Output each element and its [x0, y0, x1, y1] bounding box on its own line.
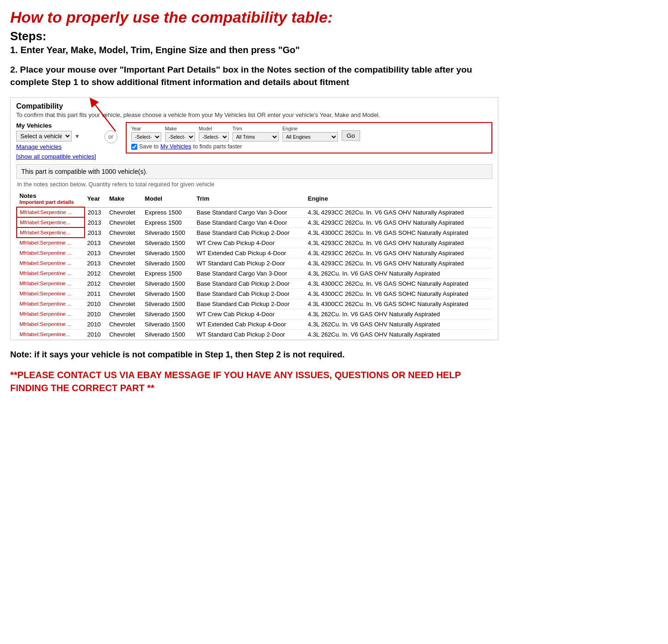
cell-year: 2012 [85, 278, 107, 288]
model-field: Model -Select- [199, 126, 229, 141]
cell-year: 2013 [85, 258, 107, 268]
cell-model: Silverado 1500 [142, 258, 194, 268]
cell-make: Chevrolet [106, 238, 142, 248]
cell-year: 2013 [85, 248, 107, 258]
contact-note-text: **PLEASE CONTACT US VIA EBAY MESSAGE IF … [10, 368, 498, 394]
cell-make: Chevrolet [106, 299, 142, 309]
make-select[interactable]: -Select- [165, 132, 195, 141]
model-label: Model [199, 126, 229, 131]
th-make: Make [106, 190, 142, 207]
cell-model: Silverado 1500 [142, 329, 194, 339]
cell-year: 2011 [85, 288, 107, 299]
save-checkbox[interactable] [131, 144, 137, 150]
steps-label: Steps: [10, 30, 498, 43]
cell-make: Chevrolet [106, 309, 142, 319]
cell-year: 2010 [85, 309, 107, 319]
red-arrow-annotation [88, 97, 143, 134]
save-text: Save to [139, 143, 159, 150]
vehicle-select[interactable]: Select a vehicle [16, 131, 72, 141]
cell-trim: Base Standard Cargo Van 4-Door [194, 217, 305, 227]
cell-model: Silverado 1500 [142, 309, 194, 319]
cell-make: Chevrolet [106, 217, 142, 227]
table-row: Mfrlabel:Serpentine...2013ChevroletExpre… [17, 217, 492, 227]
cell-year: 2010 [85, 329, 107, 339]
step2-text: 2. Place your mouse over "Important Part… [10, 64, 498, 89]
cell-engine: 4.3L 4300CC 262Cu. In. V6 GAS SOHC Natur… [305, 299, 492, 309]
svg-line-1 [92, 101, 116, 131]
th-year: Year [85, 190, 107, 207]
cell-notes: Mfrlabel:Serpentine ... [17, 299, 85, 309]
cell-engine: 4.3L 262Cu. In. V6 GAS OHV Naturally Asp… [305, 268, 492, 278]
cell-notes: Mfrlabel:Serpentine... [17, 217, 85, 227]
cell-notes: Mfrlabel:Serpentine ... [17, 258, 85, 268]
cell-make: Chevrolet [106, 248, 142, 258]
cell-engine: 4.3L 262Cu. In. V6 GAS OHV Naturally Asp… [305, 319, 492, 329]
cell-trim: WT Crew Cab Pickup 4-Door [194, 238, 305, 248]
cell-trim: WT Extended Cab Pickup 4-Door [194, 248, 305, 258]
cell-engine: 4.3L 4300CC 262Cu. In. V6 GAS SOHC Natur… [305, 288, 492, 299]
th-trim: Trim [194, 190, 305, 207]
trim-field: Trim All Trims [233, 126, 279, 141]
compatible-count-bar: This part is compatible with 1000 vehicl… [16, 164, 492, 179]
make-field: Make -Select- [165, 126, 195, 141]
model-select[interactable]: -Select- [199, 132, 229, 141]
cell-make: Chevrolet [106, 278, 142, 288]
save-vehicles-row: Save to My Vehicles to finds parts faste… [131, 143, 487, 150]
cell-trim: WT Standard Cab Pickup 2-Door [194, 258, 305, 268]
table-row: Mfrlabel:Serpentine ...2013ChevroletSilv… [17, 258, 492, 268]
cell-year: 2013 [85, 227, 107, 238]
cell-trim: Base Standard Cargo Van 3-Door [194, 207, 305, 217]
trim-select[interactable]: All Trims [233, 132, 279, 141]
cell-year: 2013 [85, 217, 107, 227]
go-button[interactable]: Go [342, 130, 360, 141]
cell-model: Silverado 1500 [142, 248, 194, 258]
table-row: Mfrlabel:Serpentine ...2012ChevroletSilv… [17, 278, 492, 288]
table-row: Mfrlabel:Serpentine ...2010ChevroletSilv… [17, 309, 492, 319]
year-select[interactable]: -Select- [131, 132, 161, 141]
cell-model: Silverado 1500 [142, 288, 194, 299]
cell-make: Chevrolet [106, 227, 142, 238]
cell-notes: Mfrlabel:Serpentine ... [17, 278, 85, 288]
cell-model: Silverado 1500 [142, 299, 194, 309]
cell-trim: WT Extended Cab Pickup 4-Door [194, 319, 305, 329]
cell-trim: WT Standard Cab Pickup 2-Door [194, 329, 305, 339]
table-row: Mfrlabel:Serpentine...2010ChevroletSilve… [17, 329, 492, 339]
cell-make: Chevrolet [106, 207, 142, 217]
cell-make: Chevrolet [106, 288, 142, 299]
cell-trim: Base Standard Cab Pickup 2-Door [194, 227, 305, 238]
cell-notes: Mfrlabel:Serpentine ... [17, 309, 85, 319]
engine-label: Engine [282, 126, 338, 131]
cell-trim: Base Standard Cab Pickup 2-Door [194, 299, 305, 309]
main-title: How to properly use the compatibility ta… [10, 8, 498, 27]
cell-year: 2013 [85, 238, 107, 248]
manage-vehicles-link[interactable]: Manage vehicles [16, 143, 96, 150]
cell-notes: Mfrlabel:Serpentine ... [17, 288, 85, 299]
cell-year: 2010 [85, 299, 107, 309]
trim-label: Trim [233, 126, 279, 131]
table-header-row: Notes Important part details Year Make M… [17, 190, 492, 207]
cell-make: Chevrolet [106, 319, 142, 329]
show-all-compatible-link[interactable]: [show all compatible vehicles] [16, 153, 96, 160]
cell-notes: Mfrlabel:Serpentine ... [17, 268, 85, 278]
cell-model: Silverado 1500 [142, 238, 194, 248]
table-row: Mfrlabel:Serpentine ...2011ChevroletSilv… [17, 288, 492, 299]
cell-notes: Mfrlabel:Serpentine... [17, 329, 85, 339]
cell-notes: Mfrlabel:Serpentine ... [17, 207, 85, 217]
dropdown-arrow-icon: ▼ [74, 133, 80, 140]
cell-notes: Mfrlabel:Serpentine ... [17, 248, 85, 258]
table-row: Mfrlabel:Serpentine ...2013ChevroletSilv… [17, 248, 492, 258]
step-note-text: Note: if it says your vehicle is not com… [10, 349, 498, 361]
cell-engine: 4.3L 4293CC 262Cu. In. V6 GAS OHV Natura… [305, 238, 492, 248]
cell-engine: 4.3L 4300CC 262Cu. In. V6 GAS SOHC Natur… [305, 227, 492, 238]
make-label: Make [165, 126, 195, 131]
my-vehicles-link[interactable]: My Vehicles [160, 143, 191, 150]
cell-engine: 4.3L 4293CC 262Cu. In. V6 GAS OHV Natura… [305, 217, 492, 227]
table-row: Mfrlabel:Serpentine ...2012ChevroletExpr… [17, 268, 492, 278]
cell-trim: Base Standard Cargo Van 3-Door [194, 268, 305, 278]
compatibility-section: Compatibility To confirm that this part … [10, 97, 498, 340]
ymm-fields-row: Year -Select- Make -Select- Model -Selec… [131, 126, 487, 141]
engine-select[interactable]: All Engines [282, 132, 338, 141]
cell-notes: Mfrlabel:Serpentine... [17, 227, 85, 238]
my-vehicles-label: My Vehicles [16, 122, 96, 129]
ymm-search-section: Year -Select- Make -Select- Model -Selec… [126, 122, 492, 153]
